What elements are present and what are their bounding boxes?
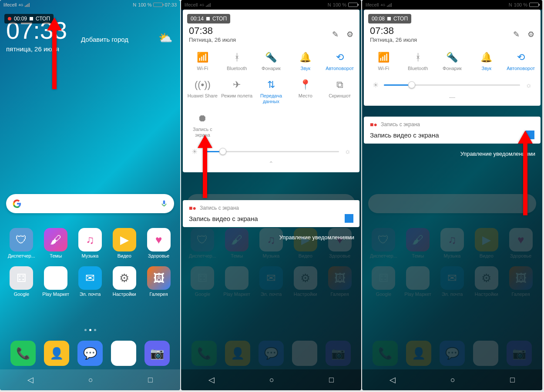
wifi-icon: 📶 (197, 52, 208, 63)
recording-pill[interactable]: 00:14 СТОП (187, 14, 230, 23)
nav-recent[interactable]: □ (135, 371, 166, 389)
qs-time: 07:38 (370, 25, 417, 37)
battery-icon (348, 3, 358, 7)
app-play-[interactable]: ▶Play Маркет (39, 266, 73, 297)
app--[interactable]: ♥Здоровье (141, 228, 176, 258)
qs-toggle-data[interactable]: ⇅Передача данных (254, 79, 289, 104)
nfc-icon: N (133, 2, 136, 7)
phone-screen-1: lifecell 4G N 100 % 07:33 00:09 СТОП 07:… (0, 0, 180, 390)
app--[interactable]: ✉Эл. почта (73, 266, 107, 297)
data-icon: ⇅ (267, 79, 275, 90)
nav-back[interactable]: ◁ (195, 371, 228, 389)
qs-toggle-rotate[interactable]: ⟲Автоповорот (322, 52, 357, 71)
dock-app[interactable]: 📞 (10, 341, 36, 366)
weather-icon[interactable]: ⛅ (158, 31, 172, 45)
qs-toggle-wifi[interactable]: 📶Wi-Fi (366, 52, 401, 71)
stop-label: СТОП (393, 16, 408, 22)
dock-app[interactable]: 💬 (77, 341, 103, 366)
edit-icon[interactable]: ✎ (332, 30, 339, 39)
nav-home[interactable]: ○ (256, 371, 287, 389)
qs-toggle-loc[interactable]: 📍Место (288, 79, 322, 104)
qs-toggle-plane[interactable]: ✈Режим полета (220, 79, 254, 104)
app-icon: 🖼 (147, 266, 171, 290)
recording-pill[interactable]: 00:08 СТОП (368, 14, 411, 23)
mic-icon[interactable] (160, 200, 168, 208)
camera-icon: ■● (189, 204, 196, 211)
annotation-arrow (44, 17, 65, 93)
qs-label: Wi-Fi (378, 66, 390, 71)
qs-label: Huawei Share (188, 93, 218, 99)
carrier-label: lifecell (3, 2, 17, 7)
nav-back[interactable]: ◁ (376, 371, 409, 389)
date-label: пятница, 26 июля (0, 43, 180, 53)
quick-settings-panel: 00:08 СТОП 07:38 Пятница, 26 июля ✎ ⚙ 📶W… (364, 10, 541, 106)
qs-toggle-share[interactable]: ((•))Huawei Share (185, 79, 220, 104)
stop-icon (30, 17, 33, 20)
bt-icon: ᚼ (234, 52, 240, 63)
qs-toggle-scr[interactable]: ⧉Скриншот (322, 79, 357, 104)
app-icon: ✉ (78, 266, 102, 290)
stop-recording-button[interactable] (345, 214, 353, 223)
notif-app-name: Запись с экрана (200, 205, 239, 211)
scr-icon: ⧉ (336, 79, 343, 90)
rotate-icon: ⟲ (517, 52, 525, 63)
collapse-handle[interactable]: — (366, 92, 538, 102)
brightness-low-icon: ☀ (373, 81, 379, 89)
settings-icon[interactable]: ⚙ (346, 30, 353, 39)
recording-time: 00:14 (191, 16, 204, 22)
rec-icon: ⏺ (198, 113, 207, 124)
nav-recent[interactable]: □ (316, 371, 347, 389)
nav-home[interactable]: ○ (437, 371, 468, 389)
qs-toggle-bt[interactable]: ᚼBluetooth (220, 52, 254, 71)
screen-recording-notification[interactable]: ■● Запись с экрана Запись видео с экрана (183, 200, 359, 227)
qs-time: 07:38 (189, 25, 236, 37)
manage-notifications-link[interactable]: Управление уведомлениями (279, 234, 354, 241)
app--[interactable]: ▶Видео (107, 228, 141, 258)
app-icon: 🛡 (10, 228, 33, 251)
app--[interactable]: 🖌Темы (39, 228, 73, 258)
page-indicator (0, 329, 180, 331)
qs-toggle-rotate[interactable]: ⟲Автоповорот (504, 52, 538, 71)
nav-bar: ◁ ○ □ (362, 369, 542, 390)
stop-icon (206, 17, 210, 20)
annotation-arrow (194, 135, 216, 202)
qs-toggle-bell[interactable]: 🔔Звук (469, 52, 504, 71)
bt-icon: ᚼ (415, 52, 421, 63)
brightness-high-icon: ☼ (344, 147, 351, 155)
settings-icon[interactable]: ⚙ (527, 30, 534, 39)
edit-icon[interactable]: ✎ (513, 30, 520, 39)
app-label: Музыка (82, 253, 99, 258)
dock: 📞👤💬◉📷 (0, 341, 180, 366)
qs-toggle-rec[interactable]: ⏺Запись с экрана (185, 113, 220, 138)
torch-icon: 🔦 (446, 52, 458, 63)
qs-toggle-wifi[interactable]: 📶Wi-Fi (185, 52, 220, 71)
add-city-link[interactable]: Добавить город (81, 36, 128, 43)
app--[interactable]: 🖼Галерея (141, 266, 176, 297)
app-label: Play Маркет (42, 291, 69, 297)
wifi-icon: 📶 (378, 52, 390, 63)
qs-toggle-torch[interactable]: 🔦Фонарик (254, 52, 289, 71)
bell-icon: 🔔 (480, 52, 492, 63)
nav-back[interactable]: ◁ (14, 371, 47, 389)
notif-title: Запись видео с экрана (370, 131, 439, 139)
app--[interactable]: ♫Музыка (73, 228, 107, 258)
qs-toggles: 📶Wi-FiᚼBluetooth🔦Фонарик🔔Звук⟲Автоповоро… (185, 48, 357, 141)
qs-toggle-bt[interactable]: ᚼBluetooth (401, 52, 435, 71)
qs-toggle-bell[interactable]: 🔔Звук (288, 52, 322, 71)
app-label: Галерея (150, 291, 168, 297)
brightness-slider[interactable]: ☀ ☼ (366, 75, 538, 92)
dock-app[interactable]: 👤 (44, 341, 69, 366)
qs-toggle-torch[interactable]: 🔦Фонарик (435, 52, 470, 71)
app-icon: 💬 (77, 341, 103, 366)
camera-icon: ■● (370, 121, 377, 128)
nav-home[interactable]: ○ (75, 371, 106, 389)
dock-app[interactable]: ◉ (111, 341, 136, 366)
qs-label: Bluetooth (408, 66, 428, 71)
app--[interactable]: 🛡Диспетчер... (4, 228, 39, 258)
dock-app[interactable]: 📷 (144, 341, 170, 366)
battery-icon (153, 3, 163, 7)
nav-recent[interactable]: □ (497, 371, 528, 389)
google-search-bar[interactable] (6, 194, 174, 213)
app--[interactable]: ⚙Настройки (107, 266, 141, 297)
app-google[interactable]: ⚃Google (4, 266, 39, 297)
